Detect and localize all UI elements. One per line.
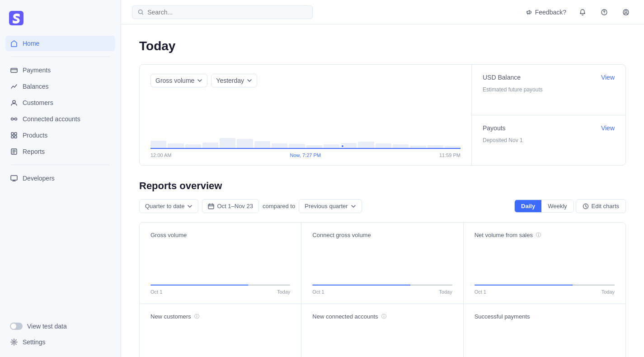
payouts-subtitle: Deposited Nov 1 bbox=[483, 137, 615, 143]
weekly-toggle-option[interactable]: Weekly bbox=[541, 200, 573, 212]
connected-accounts-icon bbox=[10, 115, 18, 123]
bell-icon bbox=[579, 9, 586, 16]
payments-icon bbox=[10, 66, 18, 74]
sidebar-item-home[interactable]: Home bbox=[5, 36, 115, 51]
user-profile-button[interactable] bbox=[619, 5, 633, 19]
report-card-net-volume-header: Net volume from sales ⓘ bbox=[475, 232, 615, 238]
view-test-data-toggle[interactable]: View test data bbox=[5, 319, 115, 333]
sidebar-item-developers-label: Developers bbox=[23, 175, 55, 182]
gross-volume-chart-area bbox=[150, 95, 461, 149]
report-card-net-volume-title: Net volume from sales bbox=[475, 232, 533, 238]
daily-weekly-toggle: Daily Weekly bbox=[514, 200, 573, 213]
info-icon-new-customers[interactable]: ⓘ bbox=[194, 314, 200, 320]
svg-rect-10 bbox=[11, 176, 17, 180]
report-chart-connect-gross-volume: Oct 1 Today bbox=[312, 244, 452, 295]
notifications-button[interactable] bbox=[575, 5, 590, 19]
help-icon bbox=[601, 9, 608, 16]
sidebar-nav: Home Payments Balances Customers bbox=[0, 36, 121, 186]
svg-point-3 bbox=[11, 118, 14, 120]
reports-overview-title: Reports overview bbox=[139, 180, 626, 192]
sidebar-item-products[interactable]: Products bbox=[5, 128, 115, 143]
report-chart-net-volume: Oct 1 Today bbox=[475, 244, 615, 295]
sidebar-item-payments-label: Payments bbox=[23, 67, 51, 74]
info-icon-new-connected-accounts[interactable]: ⓘ bbox=[381, 314, 387, 320]
edit-charts-button[interactable]: Edit charts bbox=[576, 199, 626, 213]
report-x-labels-3: Oct 1 Today bbox=[475, 289, 615, 295]
payouts-panel: Payouts View Deposited Nov 1 bbox=[472, 115, 625, 166]
date-range-button[interactable]: Oct 1–Nov 23 bbox=[202, 199, 259, 213]
sidebar-item-customers[interactable]: Customers bbox=[5, 95, 115, 110]
search-area[interactable] bbox=[132, 5, 313, 19]
customers-icon bbox=[10, 99, 18, 107]
sidebar-item-settings[interactable]: Settings bbox=[5, 334, 115, 350]
date-range-label: Oct 1–Nov 23 bbox=[217, 203, 253, 209]
sidebar-divider-2 bbox=[11, 165, 110, 165]
test-data-switch[interactable] bbox=[10, 323, 23, 330]
report-card-gross-volume-header: Gross volume bbox=[150, 232, 290, 238]
report-card-gross-volume-title: Gross volume bbox=[150, 232, 187, 238]
sidebar-item-connected-accounts[interactable]: Connected accounts bbox=[5, 111, 115, 127]
period-selector-button[interactable]: Quarter to date bbox=[139, 199, 198, 213]
view-test-data-label: View test data bbox=[27, 323, 67, 330]
period-selector-label: Quarter to date bbox=[145, 203, 184, 209]
daily-toggle-option[interactable]: Daily bbox=[515, 200, 541, 212]
report-card-successful-payments-title: Successful payments bbox=[475, 313, 530, 320]
report-card-new-customers: New customers ⓘ bbox=[140, 304, 301, 357]
sidebar-item-settings-label: Settings bbox=[23, 338, 46, 346]
sidebar-item-developers[interactable]: Developers bbox=[5, 171, 115, 186]
chevron-down-icon-2 bbox=[247, 78, 252, 83]
svg-rect-7 bbox=[11, 136, 14, 138]
sidebar-item-customers-label: Customers bbox=[23, 99, 53, 106]
payouts-view-link[interactable]: View bbox=[601, 124, 615, 132]
gross-volume-section: Gross volume Yesterday bbox=[139, 64, 626, 166]
gross-volume-metric-label: Gross volume bbox=[155, 77, 194, 84]
edit-charts-label: Edit charts bbox=[592, 203, 619, 209]
period-dropdown[interactable]: Yesterday bbox=[211, 74, 257, 87]
info-icon-net-volume[interactable]: ⓘ bbox=[536, 232, 542, 238]
report-x-start: Oct 1 bbox=[150, 289, 162, 295]
report-chart-gross-volume: Oct 1 Today bbox=[150, 244, 290, 295]
report-card-successful-payments: Successful payments bbox=[464, 304, 625, 357]
report-card-new-connected-accounts: New connected accounts ⓘ bbox=[301, 304, 463, 357]
developers-icon bbox=[10, 174, 18, 182]
report-chart-successful-payments bbox=[475, 325, 615, 357]
comparison-selector-button[interactable]: Previous quarter bbox=[299, 199, 362, 213]
sidebar-divider-1 bbox=[11, 57, 110, 57]
report-card-connect-gross-volume: Connect gross volume Oct 1 Today bbox=[301, 223, 463, 304]
report-x-start-2: Oct 1 bbox=[312, 289, 324, 295]
sidebar-logo bbox=[0, 7, 121, 36]
gross-volume-dropdown[interactable]: Gross volume bbox=[150, 74, 207, 87]
main-content: Feedback? bbox=[121, 0, 644, 357]
chevron-down-icon bbox=[197, 78, 202, 83]
usd-balance-subtitle: Estimated future payouts bbox=[483, 86, 615, 93]
reports-icon bbox=[10, 148, 18, 156]
sidebar-item-payments[interactable]: Payments bbox=[5, 62, 115, 78]
report-card-gross-volume: Gross volume Oct 1 Today bbox=[140, 223, 301, 304]
report-card-new-customers-header: New customers ⓘ bbox=[150, 313, 290, 320]
feedback-button[interactable]: Feedback? bbox=[524, 7, 568, 18]
chart-sidebar-panels: USD Balance View Estimated future payout… bbox=[472, 65, 625, 165]
sidebar-item-products-label: Products bbox=[23, 132, 47, 139]
usd-balance-view-link[interactable]: View bbox=[601, 74, 615, 81]
svg-point-2 bbox=[13, 100, 15, 103]
report-x-end: Today bbox=[277, 289, 290, 295]
search-input[interactable] bbox=[147, 9, 307, 16]
chart-controls: Gross volume Yesterday bbox=[150, 74, 461, 87]
report-card-successful-payments-header: Successful payments bbox=[475, 313, 615, 320]
page-content: Today Gross volume Yesterday bbox=[121, 24, 644, 357]
user-avatar-icon bbox=[622, 9, 630, 16]
sidebar-item-home-label: Home bbox=[23, 40, 39, 47]
period-label: Yesterday bbox=[216, 77, 244, 84]
svg-rect-1 bbox=[11, 68, 17, 72]
sidebar-item-balances-label: Balances bbox=[23, 83, 49, 90]
page-title: Today bbox=[139, 39, 626, 53]
chart-bars bbox=[150, 95, 461, 149]
svg-point-11 bbox=[13, 341, 15, 343]
report-card-connect-gross-volume-title: Connect gross volume bbox=[312, 232, 371, 238]
sidebar-item-reports[interactable]: Reports bbox=[5, 144, 115, 159]
sidebar-item-balances[interactable]: Balances bbox=[5, 79, 115, 94]
settings-icon bbox=[10, 338, 18, 346]
topbar-right: Feedback? bbox=[524, 5, 633, 19]
report-card-new-connected-accounts-title: New connected accounts bbox=[312, 313, 378, 320]
help-button[interactable] bbox=[597, 5, 611, 19]
